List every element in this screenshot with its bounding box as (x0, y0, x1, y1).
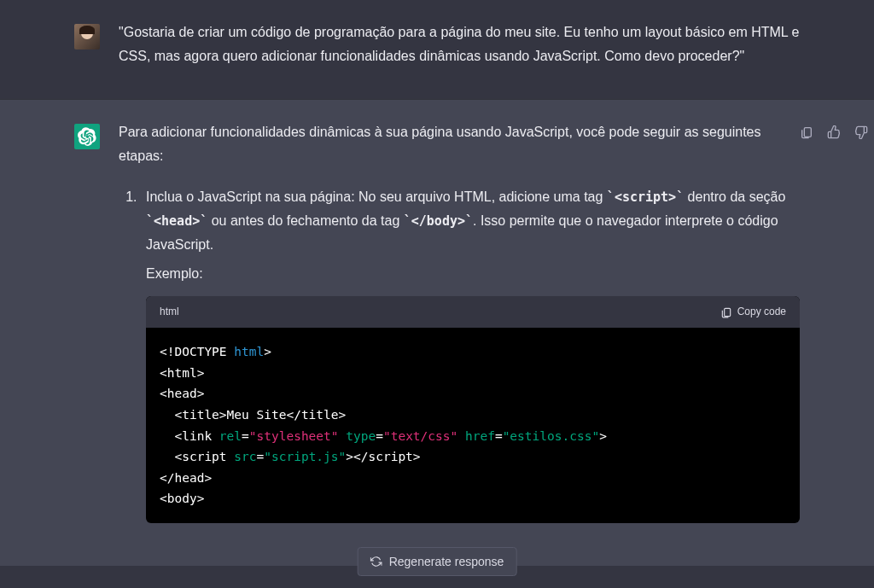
message-actions (796, 122, 871, 143)
clipboard-icon (720, 306, 732, 318)
svg-rect-0 (724, 308, 730, 316)
openai-logo-icon (78, 127, 96, 146)
step1-text-3: ou antes do fechamento da tag (207, 213, 404, 228)
thumbs-down-button[interactable] (851, 122, 871, 143)
thumbs-up-button[interactable] (824, 122, 844, 143)
code-content: <!DOCTYPE html> <html> <head> <title>Meu… (146, 328, 800, 523)
thumbs-down-icon (854, 125, 868, 139)
refresh-icon (370, 556, 382, 568)
assistant-avatar (74, 124, 100, 149)
copy-code-label: Copy code (737, 303, 786, 321)
code-header: html Copy code (146, 296, 800, 328)
step1-text-2: dentro da seção (684, 189, 785, 204)
copy-message-button[interactable] (796, 122, 817, 143)
example-label: Exemplo: (146, 262, 800, 286)
inline-code-head: `<head>` (146, 213, 207, 229)
clipboard-icon (800, 125, 813, 139)
inline-code-script: `<script>` (607, 189, 684, 205)
copy-code-button[interactable]: Copy code (720, 303, 786, 321)
assistant-content: Para adicionar funcionalidades dinâmicas… (119, 120, 800, 532)
code-block: html Copy code <!DOCTYPE html> <html> <h… (146, 296, 800, 523)
user-avatar (74, 24, 100, 49)
assistant-intro: Para adicionar funcionalidades dinâmicas… (119, 120, 800, 168)
code-language-label: html (160, 303, 179, 321)
regenerate-response-button[interactable]: Regenerate response (358, 547, 517, 576)
svg-rect-1 (804, 128, 811, 137)
user-message-text: "Gostaria de criar um código de programa… (119, 20, 800, 75)
steps-list: Inclua o JavaScript na sua página: No se… (119, 185, 800, 523)
step1-text-1: Inclua o JavaScript na sua página: No se… (146, 189, 607, 204)
user-message-block: "Gostaria de criar um código de programa… (0, 0, 874, 99)
inline-code-body: `</body>` (404, 213, 473, 229)
user-text: "Gostaria de criar um código de programa… (119, 20, 800, 68)
thumbs-up-icon (827, 125, 841, 139)
step-1: Inclua o JavaScript na sua página: No se… (141, 185, 800, 523)
assistant-message-block: Para adicionar funcionalidades dinâmicas… (0, 99, 874, 566)
regenerate-label: Regenerate response (389, 555, 504, 568)
